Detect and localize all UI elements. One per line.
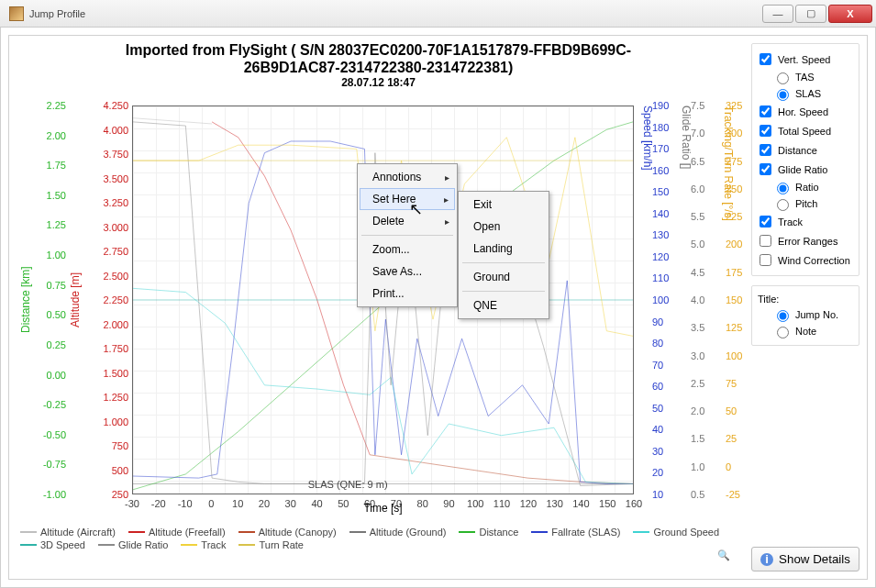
menu-item-set-here[interactable]: Set Here▸ bbox=[360, 188, 455, 210]
radio-jump-no[interactable]: Jump No. bbox=[756, 306, 855, 323]
axis-label-altitude: Altitude [m] bbox=[68, 105, 83, 494]
zoom-icon[interactable]: 🔍 bbox=[715, 546, 733, 564]
slas-annotation: SLAS (QNE: 9 m) bbox=[308, 479, 388, 490]
ticks-distance: -1.00-0.75-0.50-0.250.000.250.500.751.00… bbox=[37, 105, 66, 494]
checkbox-error-ranges[interactable]: Error Ranges bbox=[756, 231, 855, 250]
window-minimize-button[interactable]: — bbox=[762, 5, 793, 23]
window-title: Jump Profile bbox=[29, 8, 762, 19]
menu-item-save-as-[interactable]: Save As... bbox=[360, 261, 455, 283]
window-close-button[interactable]: X bbox=[828, 5, 872, 23]
context-submenu-set-here[interactable]: ExitOpenLandingGroundQNE bbox=[458, 191, 549, 319]
legend-item[interactable]: Distance bbox=[459, 527, 518, 538]
chart-title: Imported from FlySight ( S/N 28037EC0200… bbox=[13, 39, 744, 76]
ticks-speed: 1020304050607080901001101201301401501601… bbox=[652, 105, 676, 494]
radio-pitch[interactable]: Pitch bbox=[772, 195, 855, 212]
menu-item-delete[interactable]: Delete▸ bbox=[360, 210, 455, 232]
menu-item-zoom-[interactable]: Zoom... bbox=[360, 239, 455, 261]
submenu-item-qne[interactable]: QNE bbox=[460, 294, 547, 316]
legend-item[interactable]: Track bbox=[181, 539, 226, 550]
checkbox-distance[interactable]: Distance bbox=[756, 140, 855, 160]
checkbox-hor-speed[interactable]: Hor. Speed bbox=[756, 102, 855, 121]
info-icon: i bbox=[760, 553, 773, 566]
legend-item[interactable]: Altitude (Aircraft) bbox=[20, 527, 116, 538]
checkbox-wind-correction[interactable]: Wind Correction bbox=[756, 250, 855, 270]
submenu-item-open[interactable]: Open bbox=[460, 216, 547, 238]
radio-note[interactable]: Note bbox=[756, 323, 855, 339]
checkbox-total-speed[interactable]: Total Speed bbox=[756, 121, 855, 140]
ticks-altitude: 2505007501.0001.2501.5001.7502.0002.2502… bbox=[92, 105, 128, 494]
axis-label-x: Time [s] bbox=[132, 502, 634, 515]
radio-slas[interactable]: SLAS bbox=[772, 85, 855, 102]
legend-item[interactable]: Altitude (Canopy) bbox=[238, 527, 337, 538]
legend-item[interactable]: Fallrate (SLAS) bbox=[531, 527, 620, 538]
legend-item[interactable]: Turn Rate bbox=[238, 539, 304, 550]
radio-tas[interactable]: TAS bbox=[772, 69, 855, 85]
legend-item[interactable]: 3D Speed bbox=[20, 539, 85, 550]
window-titlebar: Jump Profile — ▢ X bbox=[0, 0, 876, 28]
side-panel: Vert. Speed TAS SLAS Hor. Speed Total Sp… bbox=[744, 39, 863, 575]
ticks-track: -250255075100125150175200225250275300325 bbox=[726, 105, 749, 494]
app-icon bbox=[9, 6, 24, 21]
legend-item[interactable]: Altitude (Ground) bbox=[349, 527, 447, 538]
chart-panel: Imported from FlySight ( S/N 28037EC0200… bbox=[13, 39, 744, 575]
ticks-glide: 0.51.01.52.02.53.03.54.04.55.05.56.06.57… bbox=[691, 105, 711, 494]
radio-ratio[interactable]: Ratio bbox=[772, 179, 855, 195]
show-details-button[interactable]: i Show Details bbox=[751, 547, 859, 571]
title-label: Title: bbox=[756, 292, 855, 306]
axis-label-distance: Distance [km] bbox=[18, 105, 33, 494]
checkbox-glide-ratio[interactable]: Glide Ratio bbox=[756, 160, 855, 179]
submenu-item-ground[interactable]: Ground bbox=[460, 266, 547, 288]
window-maximize-button[interactable]: ▢ bbox=[795, 5, 826, 23]
menu-item-print-[interactable]: Print... bbox=[360, 283, 455, 305]
menu-item-annotions[interactable]: Annotions▸ bbox=[360, 166, 455, 188]
chart-legend: Altitude (Aircraft)Altitude (Freefall)Al… bbox=[20, 520, 737, 573]
legend-item[interactable]: Glide Ratio bbox=[98, 539, 168, 550]
context-menu[interactable]: Annotions▸Set Here▸Delete▸Zoom...Save As… bbox=[357, 163, 458, 307]
submenu-item-landing[interactable]: Landing bbox=[460, 238, 547, 260]
legend-item[interactable]: Altitude (Freefall) bbox=[128, 527, 226, 538]
submenu-item-exit[interactable]: Exit bbox=[460, 194, 547, 216]
legend-item[interactable]: Ground Speed bbox=[633, 527, 719, 538]
chart-subtitle: 28.07.12 18:47 bbox=[13, 76, 744, 89]
checkbox-track[interactable]: Track bbox=[756, 212, 855, 231]
checkbox-vert-speed[interactable]: Vert. Speed bbox=[756, 50, 855, 69]
